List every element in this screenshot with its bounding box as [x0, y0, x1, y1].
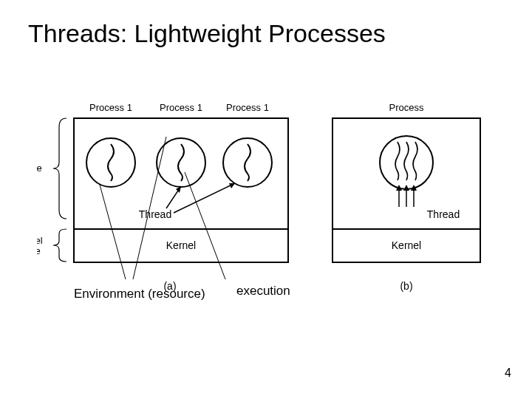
- left-process-circle-1: [86, 138, 135, 187]
- page-number: 4: [505, 366, 511, 380]
- right-process-circle: [380, 136, 433, 189]
- left-process-label-1: Process 1: [89, 102, 132, 113]
- left-thread-arrow-2: [174, 183, 235, 213]
- kernel-space-label: Kernelspace: [37, 235, 43, 256]
- left-thread-label: Thread: [139, 208, 171, 220]
- right-thread-arrows: [396, 185, 417, 207]
- execution-arrow: [185, 172, 225, 279]
- slide-title: Threads: Lightweight Processes: [28, 19, 386, 48]
- svg-point-2: [223, 138, 272, 187]
- user-space-brace: Userspace: [37, 118, 66, 219]
- kernel-space-label-line1: Kernelspace: [37, 235, 43, 256]
- svg-marker-7: [403, 185, 409, 191]
- environment-annotation: Environment (resource): [74, 287, 205, 301]
- svg-point-0: [86, 138, 135, 187]
- user-space-label: Userspace: [37, 152, 42, 174]
- right-thread-label: Thread: [427, 208, 460, 220]
- kernel-space-brace: Kernelspace: [37, 229, 66, 262]
- left-process-circle-3: [223, 138, 272, 187]
- right-kernel-label: Kernel: [392, 239, 421, 251]
- diagram-figure: Userspace Kernelspace Kernel Process 1 P…: [37, 89, 510, 303]
- right-caption: (b): [400, 280, 412, 292]
- left-process-label-3: Process 1: [226, 102, 269, 113]
- left-process-label-2: Process 1: [160, 102, 202, 113]
- svg-point-3: [380, 136, 433, 189]
- user-space-label-line1: Userspace: [37, 152, 42, 174]
- left-kernel-label: Kernel: [166, 239, 196, 251]
- environment-arrow-1: [100, 185, 126, 279]
- execution-annotation: execution: [236, 284, 290, 299]
- right-process-label: Process: [389, 102, 424, 113]
